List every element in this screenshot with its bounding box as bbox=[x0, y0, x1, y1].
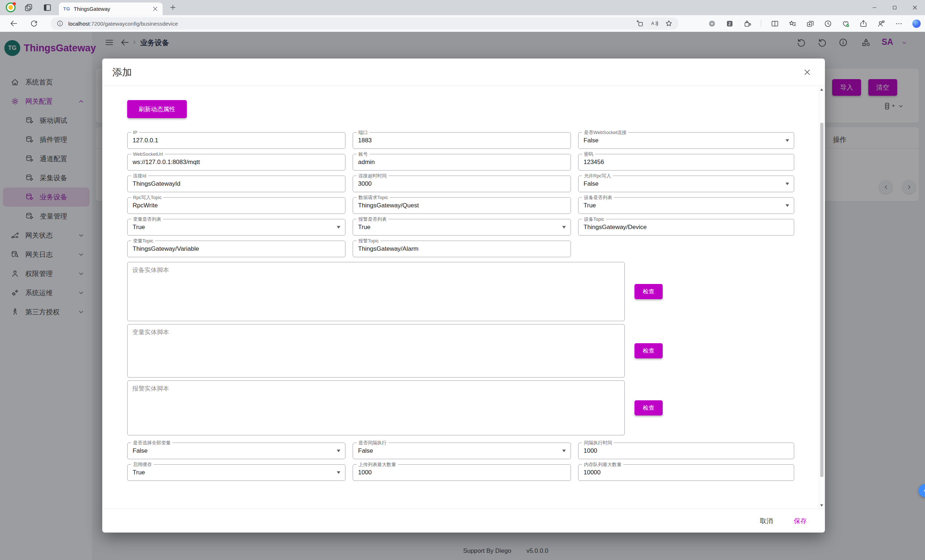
field-value: False bbox=[358, 447, 373, 455]
field-label: 设备Topic bbox=[582, 216, 606, 222]
connect-id-input[interactable]: 连接IdThingsGatewayId bbox=[127, 176, 345, 192]
interval-execute-select[interactable]: 是否间隔执行False bbox=[353, 443, 571, 459]
field-label: 连接超时时间 bbox=[357, 173, 389, 179]
minimize-button[interactable] bbox=[864, 0, 884, 15]
field-label: 端口 bbox=[357, 129, 370, 135]
field-label: WebSocketUrl bbox=[131, 151, 165, 157]
modal-form-grid-bottom: 是否选择全部变量False是否间隔执行False间隔执行时间1000启用缓存Tr… bbox=[127, 443, 794, 481]
field-label: 是否间隔执行 bbox=[357, 440, 389, 446]
browser-logo-icon[interactable] bbox=[6, 3, 15, 12]
address-bar-icons: A bbox=[636, 20, 673, 27]
dialog-scrollbar[interactable] bbox=[819, 87, 824, 508]
ip-input[interactable]: IP127.0.0.1 bbox=[127, 132, 345, 149]
dialog-close-icon[interactable] bbox=[803, 68, 811, 76]
site-info-icon[interactable] bbox=[56, 20, 63, 27]
workspaces-icon[interactable] bbox=[24, 3, 33, 12]
dropdown-caret-icon bbox=[785, 205, 789, 207]
browser-window: TG ThingsGateway localhost:7200/gatewayc… bbox=[0, 0, 925, 560]
variable-is-list-select[interactable]: 变量是否列表True bbox=[127, 219, 345, 236]
chevron-left-icon bbox=[922, 488, 925, 494]
window-controls bbox=[864, 0, 925, 15]
connect-timeout-input[interactable]: 连接超时时间3000 bbox=[353, 176, 571, 192]
field-value: 10000 bbox=[583, 469, 601, 476]
dialog-title: 添加 bbox=[112, 66, 132, 79]
copilot-icon[interactable] bbox=[912, 20, 920, 28]
vertical-tabs-icon[interactable] bbox=[43, 3, 52, 12]
dropdown-caret-icon bbox=[337, 226, 340, 229]
new-tab-button[interactable] bbox=[169, 4, 177, 11]
address-bar[interactable]: localhost:7200/gatewayconfig/businessdev… bbox=[51, 17, 679, 30]
dropdown-caret-icon bbox=[785, 140, 789, 142]
allow-rpc-write-select[interactable]: 允许Rpc写入False bbox=[578, 176, 794, 192]
device-script-textarea[interactable]: 设备实体脚本 bbox=[127, 262, 625, 321]
variable-topic-input[interactable]: 变量TopicThingsGateway/Variable bbox=[127, 241, 345, 257]
maximize-button[interactable] bbox=[884, 0, 905, 15]
port-input[interactable]: 端口1883 bbox=[353, 132, 571, 149]
upload-list-max-input[interactable]: 上传列表最大数量1000 bbox=[353, 464, 571, 481]
data-request-topic-input[interactable]: 数据请求TopicThingsGateway/Quest bbox=[353, 197, 571, 214]
split-screen-icon[interactable] bbox=[771, 20, 779, 28]
check-script-button[interactable]: 检查 bbox=[634, 343, 663, 358]
profile-icon[interactable] bbox=[877, 20, 885, 28]
device-is-list-select[interactable]: 设备是否列表True bbox=[578, 197, 794, 214]
back-button[interactable] bbox=[9, 19, 18, 28]
alarm-is-list-select[interactable]: 报警是否列表True bbox=[353, 219, 571, 236]
puzzle-extension-icon[interactable] bbox=[743, 20, 752, 28]
device-topic-input[interactable]: 设备TopicThingsGateway/Device bbox=[578, 219, 794, 236]
apps-add-icon[interactable] bbox=[636, 20, 644, 27]
refresh-dynamic-props-button[interactable]: 刷新动态属性 bbox=[127, 100, 187, 118]
collections-icon[interactable] bbox=[806, 20, 814, 28]
interval-time-input[interactable]: 间隔执行时间1000 bbox=[578, 443, 794, 459]
field-label: 数据请求Topic bbox=[357, 194, 390, 200]
alarm-script-textarea[interactable]: 报警实体脚本 bbox=[127, 381, 625, 435]
field-value: True bbox=[133, 224, 145, 231]
toolbar-divider bbox=[761, 20, 761, 27]
memory-queue-max-input[interactable]: 内存队列最大数量10000 bbox=[578, 464, 794, 481]
field-value: 123456 bbox=[583, 159, 604, 166]
favorite-star-icon[interactable] bbox=[665, 20, 673, 27]
browser-health-icon[interactable] bbox=[842, 20, 850, 28]
field-value: True bbox=[583, 202, 596, 209]
read-aloud-icon[interactable]: A bbox=[650, 20, 658, 27]
tab-favicon: TG bbox=[63, 6, 70, 12]
rpc-write-topic-input[interactable]: Rpc写入TopicRpcWrite bbox=[127, 197, 345, 214]
save-button[interactable]: 保存 bbox=[789, 515, 812, 527]
textarea-placeholder: 变量实体脚本 bbox=[132, 328, 169, 336]
cancel-button[interactable]: 取消 bbox=[755, 515, 778, 527]
more-icon[interactable] bbox=[895, 20, 903, 28]
is-websocket-select[interactable]: 是否WebSocket连接False bbox=[578, 132, 794, 149]
field-label: 报警是否列表 bbox=[357, 216, 389, 222]
dropdown-caret-icon bbox=[562, 226, 566, 229]
websocket-url-input[interactable]: WebSocketUrlws://127.0.0.1:8083/mqtt bbox=[127, 154, 345, 170]
textarea-placeholder: 设备实体脚本 bbox=[132, 266, 169, 274]
modal-form-grid-top: IP127.0.0.1端口1883是否WebSocket连接FalseWebSo… bbox=[127, 132, 794, 257]
browser-toolbar: localhost:7200/gatewayconfig/businessdev… bbox=[0, 15, 925, 32]
enable-cache-select[interactable]: 启用缓存True bbox=[127, 464, 345, 481]
browser-tab[interactable]: TG ThingsGateway bbox=[59, 3, 163, 15]
field-label: 启用缓存 bbox=[131, 461, 154, 468]
alarm-script-row: 报警实体脚本检查 bbox=[127, 381, 794, 435]
field-value: False bbox=[583, 180, 599, 188]
scroll-down-arrow-icon[interactable] bbox=[820, 504, 823, 507]
window-close-button[interactable] bbox=[905, 0, 925, 15]
z-extension-icon[interactable]: Z bbox=[726, 20, 734, 28]
scrollbar-thumb[interactable] bbox=[820, 123, 824, 477]
favorites-icon[interactable] bbox=[788, 20, 797, 28]
alarm-topic-input[interactable]: 报警TopicThingsGateway/Alarm bbox=[353, 241, 571, 257]
field-label: 设备是否列表 bbox=[582, 194, 614, 200]
check-script-button[interactable]: 检查 bbox=[634, 284, 663, 299]
account-input[interactable]: 账号admin bbox=[353, 154, 571, 170]
select-all-variables-select[interactable]: 是否选择全部变量False bbox=[127, 443, 345, 459]
tab-close-icon[interactable] bbox=[152, 6, 158, 12]
field-value: True bbox=[133, 469, 145, 476]
extension-dot-icon[interactable] bbox=[708, 20, 716, 28]
variable-script-textarea[interactable]: 变量实体脚本 bbox=[127, 324, 625, 378]
reload-button[interactable] bbox=[30, 19, 38, 28]
field-label: Rpc写入Topic bbox=[131, 194, 163, 200]
check-script-button[interactable]: 检查 bbox=[634, 400, 663, 415]
share-icon[interactable] bbox=[859, 20, 868, 28]
history-icon[interactable] bbox=[824, 20, 832, 28]
url-text: localhost:7200/gatewayconfig/businessdev… bbox=[68, 21, 178, 27]
scroll-up-arrow-icon[interactable] bbox=[820, 89, 823, 91]
password-input[interactable]: 密码123456 bbox=[578, 154, 794, 170]
